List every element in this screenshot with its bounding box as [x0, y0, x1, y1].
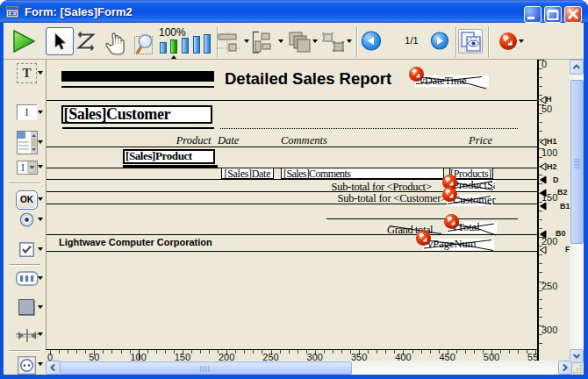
svg-text:I: I [21, 161, 25, 174]
